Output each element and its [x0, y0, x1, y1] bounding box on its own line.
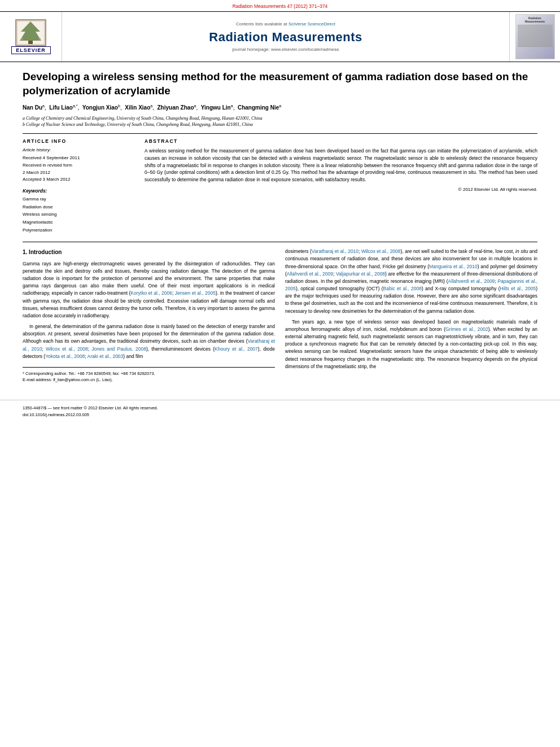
ref-korytko[interactable]: Korytko et al., 2006	[130, 290, 172, 296]
ref-khoury[interactable]: Khoury et al., 2007	[215, 346, 258, 352]
ref-mangueira[interactable]: Mangueira et al., 2010	[429, 264, 478, 269]
journal-reference: Radiation Measurements 47 (2012) 371–374	[0, 0, 560, 11]
article-dates: Received 4 September 2011 Received in re…	[23, 155, 135, 184]
sciverse-line: Contents lists available at SciVerse Sci…	[236, 21, 335, 27]
journal-title: Radiation Measurements	[209, 30, 362, 45]
ref-jensen[interactable]: Jensen et al., 2005	[175, 290, 216, 296]
received-revised-label: Received in revised form	[23, 162, 135, 169]
footnote-corresponding: * Corresponding author. Tel.: +86 734 82…	[23, 370, 275, 377]
body-right-col: dosimeters (Varatharaj et al., 2010; Wil…	[285, 248, 537, 383]
keyword-3: Wireless sensing	[23, 211, 135, 219]
affiliation-b: b College of Nuclear Science and Technol…	[23, 121, 537, 128]
elsevier-tree-icon	[15, 19, 46, 46]
ref-allahverdi1[interactable]: Allahverdi et al., 2009	[287, 271, 333, 277]
journal-homepage: journal homepage: www.elsevier.com/locat…	[233, 47, 339, 52]
journal-header: ELSEVIER Contents lists available at Sci…	[0, 11, 560, 62]
journal-thumbnail: RadiationMeasurements	[515, 14, 555, 59]
footnote-area: * Corresponding author. Tel.: +86 734 82…	[23, 367, 275, 383]
keyword-2: Radiation dose	[23, 203, 135, 211]
doi-line: doi:10.1016/j.radmeas.2012.03.005	[23, 412, 537, 418]
abstract-label: ABSTRACT	[145, 138, 537, 144]
author-changming-nie: Changming Nie	[238, 105, 279, 111]
author-nan-du: Nan Du	[23, 105, 42, 111]
received-revised-date: 2 March 2012	[23, 169, 135, 177]
article-history-label: Article history:	[23, 147, 135, 152]
affiliation-a: a College of Chemistry and Chemical Engi…	[23, 115, 537, 121]
section1-para3: dosimeters (Varatharaj et al., 2010; Wil…	[285, 248, 537, 315]
bottom-info: 1350-4487/$ — see front matter © 2012 El…	[0, 400, 560, 423]
thumbnail-lines	[518, 24, 553, 47]
footnote-email: E-mail address: lf_lian@yahoo.com.cn (L.…	[23, 377, 275, 383]
elsevier-logo-area: ELSEVIER	[0, 12, 62, 62]
author-yingwu-lin: Yingwu Lin	[201, 105, 231, 111]
received-date: Received 4 September 2011	[23, 155, 135, 162]
abstract-text: A wireless sensing method for the measur…	[145, 147, 537, 184]
ref-yokota[interactable]: Yokota et al., 2008	[45, 353, 85, 359]
keywords-list: Gamma ray Radiation dose Wireless sensin…	[23, 195, 135, 234]
section1-para2: In general, the determination of the gam…	[23, 323, 275, 360]
ref-wilcox1[interactable]: Wilcox et al., 2008	[46, 346, 88, 352]
issn-line: 1350-4487/$ — see front matter © 2012 El…	[23, 405, 537, 411]
keyword-1: Gamma ray	[23, 195, 135, 203]
keyword-5: Polymerization	[23, 226, 135, 234]
thumbnail-title: RadiationMeasurements	[525, 16, 545, 23]
authors-line: Nan Dua, Lifu Liaoa,*, Yongjun Xiaob, Xi…	[23, 103, 537, 112]
abstract-panel: ABSTRACT A wireless sensing method for t…	[145, 138, 537, 234]
ref-varatharaj2[interactable]: Varatharaj et al., 2010	[312, 248, 358, 254]
ref-wilcox2[interactable]: Wilcox et al., 2008	[361, 248, 401, 254]
ref-grimes[interactable]: Grimes et al., 2002	[445, 326, 488, 332]
journal-banner: Contents lists available at SciVerse Sci…	[62, 12, 509, 62]
keyword-4: Magnetoelastic	[23, 219, 135, 226]
article-divider	[23, 242, 537, 242]
author-lifu-liao: Lifu Liao	[49, 105, 73, 111]
ref-hilts[interactable]: Hilts et al., 2005	[500, 286, 536, 291]
ref-araki[interactable]: Araki et al., 2003	[88, 353, 124, 359]
elsevier-logo: ELSEVIER	[8, 19, 54, 54]
author-xilin-xiao: Xilin Xiao	[125, 105, 150, 111]
svg-point-6	[38, 38, 41, 40]
elsevier-wordmark: ELSEVIER	[11, 46, 51, 54]
sciverse-link[interactable]: SciVerse ScienceDirect	[288, 21, 335, 27]
affiliations: a College of Chemistry and Chemical Engi…	[23, 115, 537, 128]
ref-allahverdi2[interactable]: Allahverdi et al., 2009	[448, 278, 495, 284]
article-title: Developing a wireless sensing method for…	[23, 70, 537, 98]
ref-babic[interactable]: Babic et al., 2008	[383, 286, 422, 291]
ref-valjapurkar[interactable]: Valjapurkar et al., 2008	[336, 271, 385, 277]
body-columns: 1. Introduction Gamma rays are high-ener…	[23, 248, 537, 383]
copyright: © 2012 Elsevier Ltd. All rights reserved…	[145, 187, 537, 192]
author-yongjun-xiao: Yongjun Xiao	[82, 105, 118, 111]
journal-thumbnail-area: RadiationMeasurements	[509, 12, 560, 62]
accepted-date: Accepted 3 March 2012	[23, 176, 135, 184]
keywords-label: Keywords:	[23, 188, 135, 194]
body-left-col: 1. Introduction Gamma rays are high-ener…	[23, 248, 275, 383]
svg-rect-2	[28, 41, 33, 44]
svg-point-5	[21, 38, 23, 40]
author-zhiyuan-zhao: Zhiyuan Zhao	[158, 105, 194, 111]
article-content: Developing a wireless sensing method for…	[0, 62, 560, 394]
article-info-panel: ARTICLE INFO Article history: Received 4…	[23, 138, 135, 234]
ref-jones[interactable]: Jones and Paulus, 2008	[91, 346, 146, 352]
section1-para4: Ten years ago, a new type of wireless se…	[285, 318, 537, 370]
section1-para1: Gamma rays are high-energy electromagnet…	[23, 260, 275, 320]
article-info-label: ARTICLE INFO	[23, 138, 135, 144]
section1-heading: 1. Introduction	[23, 248, 275, 257]
article-info-abstract: ARTICLE INFO Article history: Received 4…	[23, 133, 537, 234]
